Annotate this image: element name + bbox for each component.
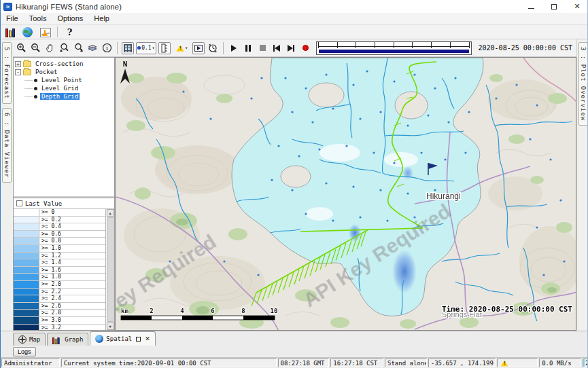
zoom-out-button[interactable]	[29, 42, 41, 54]
tab-plot-overview[interactable]: 3 : Plot Overview	[578, 42, 588, 126]
legend-row-label: >= 2.6	[39, 303, 63, 310]
tree-item-label[interactable]: Depth Grid	[40, 93, 80, 100]
play-icon	[231, 45, 237, 52]
scroll-down-icon[interactable]: ▼	[107, 323, 114, 330]
expand-icon[interactable]: +	[15, 61, 21, 67]
main-toolbar: ?	[1, 24, 588, 39]
tree-item-depth-grid[interactable]: Depth Grid	[15, 92, 113, 100]
legend-row-label: >= 2.8	[39, 310, 63, 316]
tab-forecast[interactable]: 5 : Forecast	[2, 42, 12, 104]
database-display-button[interactable]	[4, 26, 16, 37]
grid-toggle-button[interactable]	[122, 42, 134, 54]
tree-item-label[interactable]: Level Point	[40, 77, 84, 84]
tab-spatial[interactable]: Spatial ✕	[90, 331, 155, 346]
map-time-label: Time: 2020-08-25 00:00:00 CST	[442, 305, 572, 314]
undock-icon[interactable]	[136, 337, 141, 342]
pause-button[interactable]	[242, 42, 254, 54]
tree-item-label[interactable]: Pocket	[34, 69, 59, 75]
tab-data-viewer[interactable]: 6 : Data Viewer	[2, 108, 12, 183]
legend-rows: >= 0>= 0.2>= 0.4>= 0.6>= 0.8>= 1.0>= 1.2…	[14, 209, 105, 330]
zoom-next-button[interactable]	[72, 42, 84, 54]
play-button[interactable]	[228, 42, 240, 54]
tab-map[interactable]: Map	[13, 333, 46, 346]
legend-row[interactable]: >= 0.4	[14, 223, 105, 231]
legend-row[interactable]: >= 1.2	[14, 253, 105, 260]
map-display-button[interactable]	[22, 26, 33, 37]
legend-row[interactable]: >= 0	[14, 209, 105, 217]
legend-row-label: >= 2.4	[39, 295, 63, 302]
last-value-checkbox[interactable]	[16, 200, 22, 206]
tree-item-level-grid[interactable]: Level Grid	[15, 84, 113, 92]
legend-row[interactable]: >= 0.8	[14, 238, 105, 245]
scale-ruler-button[interactable]	[158, 42, 171, 54]
minimize-button[interactable]	[519, 0, 542, 13]
thresholds-dropdown[interactable]: ▾	[173, 42, 190, 54]
tree-item-pocket[interactable]: - Pocket	[15, 68, 113, 76]
precision-dropdown[interactable]: 0.1 ▾	[136, 42, 156, 54]
menu-options[interactable]: Options	[52, 14, 88, 23]
legend-row[interactable]: >= 1.4	[14, 259, 105, 267]
status-user: Administrator	[1, 358, 60, 367]
info-icon: i	[102, 43, 112, 53]
last-frame-button[interactable]	[285, 42, 297, 54]
status-memory[interactable]: 2.5 GB	[583, 358, 588, 367]
grid-icon	[124, 44, 132, 52]
tree-item-cross-section[interactable]: + Cross-section	[15, 60, 113, 68]
map-view[interactable]: API Key Required API Key Required Hikura…	[115, 57, 576, 331]
tab-graph[interactable]: Graph	[47, 333, 88, 346]
legend-row[interactable]: >= 0.2	[14, 217, 105, 224]
tree-item-label[interactable]: Cross-section	[34, 60, 84, 67]
folder-icon	[23, 61, 31, 67]
record-button[interactable]	[299, 42, 311, 54]
menu-bar: File Tools Options Help	[1, 13, 588, 24]
scrollbar-thumb[interactable]	[107, 217, 114, 322]
logs-row: Logs	[1, 346, 588, 358]
help-button[interactable]: ?	[64, 26, 75, 37]
spatial-display-button[interactable]	[39, 26, 51, 37]
maximize-button[interactable]	[542, 0, 566, 13]
zoom-in-button[interactable]	[15, 42, 27, 54]
legend-row[interactable]: >= 1.6	[14, 267, 105, 274]
info-button[interactable]: i	[101, 42, 113, 54]
legend-row[interactable]: >= 2.8	[14, 310, 105, 317]
legend-row-label: >= 0.4	[39, 223, 63, 230]
layers-button[interactable]	[86, 42, 99, 54]
bullet-icon	[34, 87, 37, 90]
legend-row[interactable]: >= 1.8	[14, 274, 105, 281]
menu-help[interactable]: Help	[88, 14, 115, 23]
legend-row[interactable]: >= 1.0	[14, 245, 105, 253]
close-tab-icon[interactable]: ✕	[145, 335, 150, 342]
legend-row[interactable]: >= 2.4	[14, 295, 105, 303]
pan-button[interactable]	[44, 42, 56, 54]
collapse-icon[interactable]: -	[15, 69, 21, 75]
timeline-range-bar[interactable]	[319, 50, 469, 53]
zoom-previous-button[interactable]	[58, 42, 70, 54]
stop-button[interactable]	[256, 42, 269, 54]
animation-settings-button[interactable]	[207, 42, 219, 54]
legend-row[interactable]: >= 3.0	[14, 317, 105, 325]
first-frame-button[interactable]	[271, 42, 283, 54]
close-button[interactable]: ✕	[566, 0, 588, 13]
menu-file[interactable]: File	[1, 14, 24, 23]
legend-row[interactable]: >= 2.6	[14, 303, 105, 310]
scroll-up-icon[interactable]: ▲	[107, 209, 114, 217]
tree-item-label[interactable]: Level Grid	[40, 85, 80, 92]
map-canvas[interactable]: API Key Required API Key Required Hikura…	[116, 58, 576, 331]
status-local-time: 16:27:18 CST	[330, 358, 383, 367]
legend-row-label: >= 3.2	[39, 325, 63, 331]
layer-tree: + Cross-section - Pocket Level P	[14, 58, 114, 198]
menu-tools[interactable]: Tools	[24, 14, 52, 23]
status-warning[interactable]	[497, 358, 538, 367]
legend-row[interactable]: >= 3.2	[14, 325, 105, 331]
legend-row[interactable]: >= 2.2	[14, 289, 105, 296]
legend-color-swatch	[14, 310, 39, 316]
tree-item-level-point[interactable]: Level Point	[15, 76, 113, 84]
legend-row[interactable]: >= 0.6	[14, 231, 105, 238]
globe-icon	[22, 27, 33, 37]
movie-player-button[interactable]	[192, 42, 205, 54]
skip-forward-icon	[288, 45, 294, 52]
legend-scrollbar[interactable]: ▲ ▼	[105, 209, 114, 330]
logs-button[interactable]: Logs	[13, 347, 36, 356]
legend-row[interactable]: >= 2.0	[14, 281, 105, 289]
time-slider[interactable]	[316, 41, 472, 55]
